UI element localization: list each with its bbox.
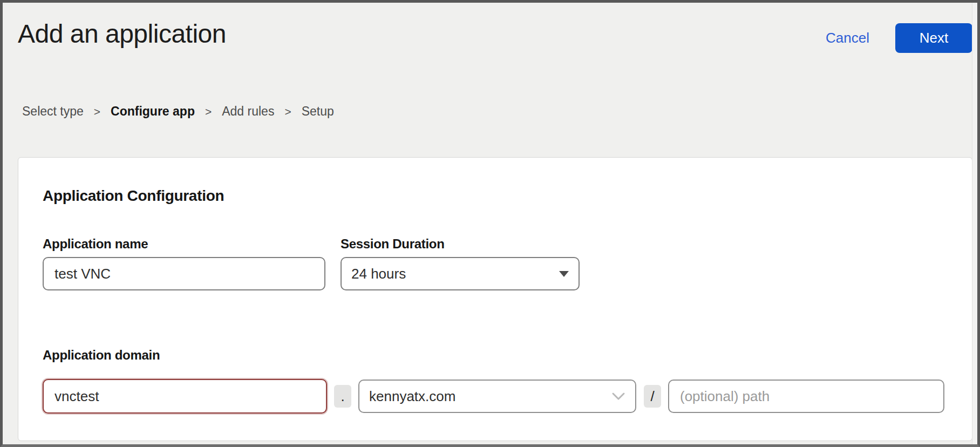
breadcrumb-step-add-rules[interactable]: Add rules [222, 104, 274, 119]
dot-separator: . [334, 385, 351, 408]
breadcrumb-separator: > [205, 105, 212, 118]
application-name-label: Application name [43, 236, 148, 252]
add-application-window: Add an application Cancel Next Select ty… [0, 0, 980, 447]
page-title: Add an application [18, 19, 226, 49]
application-name-input[interactable] [43, 257, 325, 290]
domain-select-value: kennyatx.com [369, 388, 455, 405]
next-button[interactable]: Next [895, 23, 972, 53]
section-title: Application Configuration [43, 187, 224, 205]
breadcrumb-step-configure-app[interactable]: Configure app [111, 104, 195, 119]
dropdown-arrow-icon [559, 271, 569, 277]
breadcrumb-step-setup[interactable]: Setup [302, 104, 334, 119]
breadcrumb-separator: > [94, 105, 100, 118]
breadcrumb: Select type > Configure app > Add rules … [22, 104, 334, 119]
header-actions: Cancel Next [826, 23, 972, 53]
configuration-card: Application Configuration Application na… [18, 157, 972, 441]
application-domain-label: Application domain [43, 348, 160, 363]
cancel-button[interactable]: Cancel [826, 30, 869, 46]
domain-select[interactable]: kennyatx.com [358, 380, 636, 413]
scrollbar[interactable] [972, 3, 977, 444]
session-duration-select[interactable]: 24 hours [341, 257, 580, 290]
path-input[interactable] [668, 380, 944, 413]
breadcrumb-step-select-type[interactable]: Select type [22, 104, 84, 119]
slash-separator: / [644, 385, 661, 408]
session-duration-label: Session Duration [341, 236, 445, 252]
breadcrumb-separator: > [284, 105, 291, 118]
chevron-down-icon [611, 392, 625, 401]
subdomain-input[interactable] [43, 379, 327, 414]
session-duration-value: 24 hours [351, 266, 406, 282]
